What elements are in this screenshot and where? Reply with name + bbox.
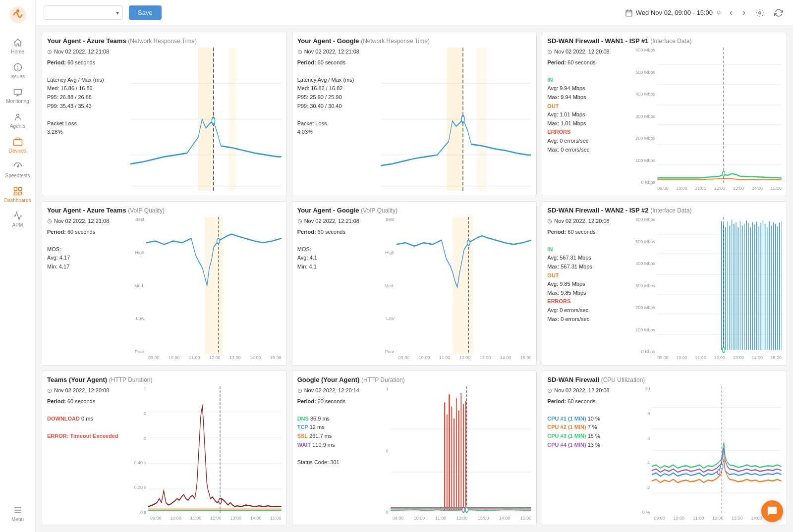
chart-teams-http-subtitle: (HTTP Duration) [109, 376, 153, 383]
svg-rect-51 [205, 217, 223, 354]
dashboard-select[interactable] [44, 5, 123, 20]
timestamp-1: Nov 02 2022, 12:21:08 [47, 48, 126, 56]
chart-google-http-body: Nov 02 2022, 12:20:14 Period: 60 seconds… [297, 386, 532, 521]
timestamp-3: Nov 02 2022, 12:20:08 [547, 48, 631, 56]
chat-bubble[interactable] [761, 500, 783, 522]
out-avg-3: Avg: 1.01 Mbps [547, 110, 631, 119]
chart-sdwan-wan1-subtitle: (Interface Data) [650, 38, 691, 45]
sidebar-item-monitoring[interactable]: Monitoring [0, 83, 35, 108]
settings-button[interactable] [753, 6, 766, 19]
svg-rect-28 [228, 48, 236, 191]
chart-google-http-subtitle: (HTTP Duration) [361, 376, 405, 383]
svg-point-96 [722, 347, 725, 352]
chart-agent-google-nrt-subtitle: (Network Response Time) [361, 38, 430, 45]
status-val: 301 [330, 459, 339, 465]
ssl-val: 261.7 ms [309, 433, 332, 439]
svg-rect-10 [18, 188, 21, 191]
sidebar-item-speedtests[interactable]: Speedtests [0, 158, 35, 182]
sidebar-item-home[interactable]: Home [0, 34, 35, 58]
chart-teams-http-area: 1000.40 s0.20 s0 s [130, 386, 282, 515]
timestamp-7: Nov 02 2022, 12:20:08 [47, 386, 126, 395]
chart-teams-http-body: Nov 02 2022, 12:20:08 Period: 60 seconds… [47, 386, 282, 521]
in-label-6: IN [547, 245, 631, 254]
chart-teams-http-info: Nov 02 2022, 12:20:08 Period: 60 seconds… [47, 386, 126, 521]
chart-agent-google-voip-area: BestHighMed.LowPoor [381, 217, 532, 354]
chart-agent-azure-nrt-title: Your Agent - Azure Teams (Network Respon… [47, 37, 282, 45]
period-1: Period: 60 seconds [47, 58, 126, 67]
wait-val: 110.9 ms [312, 442, 335, 448]
dashboard-grid: Your Agent - Azure Teams (Network Respon… [36, 26, 793, 532]
sidebar-item-dashboards[interactable]: Dashboards [0, 182, 35, 207]
period-2: Period: 60 seconds [297, 58, 377, 67]
svg-point-127 [721, 464, 723, 469]
sidebar-item-dashboards-label: Dashboards [4, 198, 31, 203]
mos-label-4: MOS: [47, 245, 126, 254]
refresh-button[interactable] [772, 6, 785, 19]
ssl-row: SSL 261.7 ms [297, 432, 377, 441]
sidebar-item-agents[interactable]: Agents [0, 108, 35, 133]
topbar-right: Wed Nov 02, 09:00 - 15:00 ‹ › [625, 5, 785, 20]
cpu4-val: 13 % [588, 442, 600, 448]
chart-agent-azure-voip-area: BestHighMed.LowPoor [130, 217, 282, 354]
svg-point-20 [717, 11, 720, 14]
mos-avg-5: Avg: 4.1 [297, 254, 377, 263]
chart-agent-google-nrt-body: Nov 02 2022, 12:21:08 Period: 60 seconds… [297, 48, 532, 191]
sidebar-item-menu[interactable]: Menu [0, 501, 35, 526]
chart-sdwan-wan2-title: SD-WAN Firewall - WAN2 - ISP #2 (Interfa… [547, 207, 782, 214]
status-label: Status Code: [297, 459, 331, 465]
p95-1: P95: 26.88 / 26.88 [47, 93, 126, 102]
svg-point-22 [759, 11, 761, 14]
svg-point-4 [17, 69, 18, 69]
time-range-display: Wed Nov 02, 09:00 - 15:00 [625, 9, 722, 17]
yaxis-6: 600 Mbps500 Mbps400 Mbps300 Mbps200 Mbps… [635, 217, 657, 354]
errors-max-3: Max: 0 errors/sec [547, 146, 631, 155]
sidebar-item-devices[interactable]: Devices [0, 133, 35, 158]
xaxis-7: 09:0010:0011:0012:0013:0014:0015:00 [130, 515, 282, 521]
chart-sdwan-wan1-title: SD-WAN Firewall - WAN1 - ISP #1 (Interfa… [547, 37, 782, 45]
svg-point-53 [217, 238, 220, 243]
save-button[interactable]: Save [129, 5, 162, 20]
chart-agent-azure-voip-info: Nov 02 2022, 12:21:08 Period: 60 seconds… [47, 217, 126, 360]
tcp-row: TCP 12 ms [297, 423, 377, 432]
sidebar-item-issues[interactable]: Issues [0, 58, 35, 83]
p99-2: P99: 30.40 / 30.40 [297, 102, 377, 111]
in-avg-3: Avg: 9.94 Mbps [547, 84, 631, 93]
chart-teams-http-title: Teams (Your Agent) (HTTP Duration) [47, 376, 282, 383]
mos-avg-4: Avg: 4.17 [47, 254, 126, 263]
xaxis-3: 09:0010:0011:0012:0013:0014:0015:00 [635, 185, 782, 191]
cpu4-label: CPU #4 (1 MIN) [547, 442, 586, 448]
timestamp-9: Nov 02 2022, 12:20:08 [547, 386, 634, 395]
dashboard-select-wrapper[interactable]: ▾ [44, 5, 123, 20]
nav-prev-button[interactable]: ‹ [728, 5, 735, 20]
cpu3-val: 15 % [588, 433, 600, 439]
period-5: Period: 60 seconds [297, 228, 377, 237]
cpu3-row: CPU #3 (1 MIN) 15 % [547, 432, 634, 441]
nav-next-button[interactable]: › [740, 5, 747, 20]
out-max-3: Max: 1.01 Mbps [547, 119, 631, 128]
in-label-3: IN [547, 76, 631, 85]
in-avg-6: Avg: 567.31 Mbps [547, 254, 631, 263]
timestamp-4: Nov 02 2022, 12:21:08 [47, 217, 126, 226]
error-label: ERROR: [47, 433, 68, 439]
p95-2: P95: 25.90 / 25.90 [297, 93, 377, 102]
sidebar-item-home-label: Home [11, 49, 24, 54]
cpu2-row: CPU #2 (1 MIN) 7 % [547, 423, 634, 432]
error-row: ERROR: Timeout Exceeded [47, 432, 126, 441]
packet-loss-label-2: Packet Loss [297, 119, 377, 128]
chart-agent-azure-voip-subtitle: (VoIP Quality) [128, 207, 165, 214]
yaxis-7: 1000.40 s0.20 s0 s [130, 386, 148, 515]
svg-rect-16 [626, 10, 632, 16]
status-row: Status Code: 301 [297, 458, 377, 467]
timestamp-6: Nov 02 2022, 12:20:08 [547, 217, 631, 226]
cpu3-label: CPU #3 (1 MIN) [547, 433, 586, 439]
wait-row: WAIT 110.9 ms [297, 441, 377, 450]
sidebar-item-apm[interactable]: APM [0, 207, 35, 232]
sidebar-item-speedtests-label: Speedtests [5, 173, 30, 178]
period-6: Period: 60 seconds [547, 228, 631, 237]
chart-sdwan-wan2-area: 600 Mbps500 Mbps400 Mbps300 Mbps200 Mbps… [635, 217, 782, 354]
chart-agent-google-nrt-title: Your Agent - Google (Network Response Ti… [297, 37, 532, 45]
sidebar-item-monitoring-label: Monitoring [6, 99, 29, 104]
chart-agent-azure-nrt-body: Nov 02 2022, 12:21:08 Period: 60 seconds… [47, 48, 282, 191]
period-9: Period: 60 seconds [547, 397, 634, 406]
svg-rect-12 [18, 192, 21, 195]
